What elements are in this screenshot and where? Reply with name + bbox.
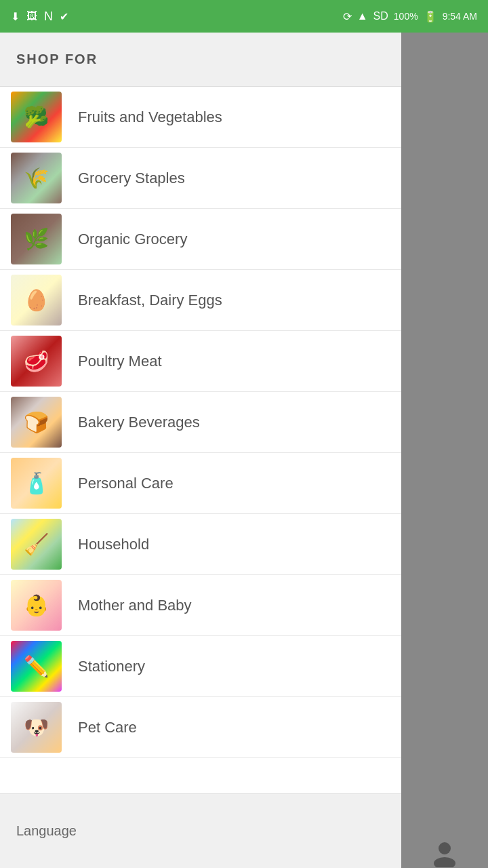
category-thumb-grocery: 🌾 — [11, 153, 62, 203]
category-item-baby[interactable]: 👶Mother and Baby — [0, 575, 401, 636]
right-sidebar: Profile — [401, 33, 488, 868]
category-label-organic: Organic Grocery — [78, 231, 187, 248]
category-item-household[interactable]: 🧹Household — [0, 514, 401, 575]
status-bar-left-icons: ⬇ 🖼 N ✔ — [11, 9, 68, 24]
language-label: Language — [16, 823, 77, 839]
category-label-stationery: Stationery — [78, 658, 145, 675]
wifi-icon: ▲ — [357, 10, 368, 22]
category-item-fruits[interactable]: 🥦Fruits and Vegetables — [0, 87, 401, 148]
category-thumb-petcare: 🐶 — [11, 702, 62, 753]
language-section[interactable]: Language — [0, 823, 401, 839]
svg-point-0 — [439, 842, 451, 854]
time-display: 9:54 AM — [443, 11, 477, 22]
category-item-poultry[interactable]: 🥩Poultry Meat — [0, 331, 401, 392]
category-label-petcare: Pet Care — [78, 719, 137, 736]
category-label-fruits: Fruits and Vegetables — [78, 108, 222, 126]
category-item-organic[interactable]: 🌿Organic Grocery — [0, 209, 401, 270]
check-icon: ✔ — [60, 10, 68, 23]
category-thumb-baby: 👶 — [11, 580, 62, 631]
category-thumb-organic: 🌿 — [11, 214, 62, 264]
category-item-bakery[interactable]: 🍞Bakery Beverages — [0, 392, 401, 453]
category-label-grocery: Grocery Staples — [78, 170, 185, 187]
category-item-stationery[interactable]: ✏️Stationery — [0, 636, 401, 697]
category-thumb-personal: 🧴 — [11, 458, 62, 509]
category-item-petcare[interactable]: 🐶Pet Care — [0, 697, 401, 758]
category-thumb-poultry: 🥩 — [11, 336, 62, 387]
category-thumb-household: 🧹 — [11, 519, 62, 570]
battery-icon: 🔋 — [424, 10, 437, 23]
svg-point-1 — [434, 857, 455, 867]
status-bar: ⬇ 🖼 N ✔ ⟳ ▲ SD 100% 🔋 9:54 AM — [0, 0, 488, 33]
main-panel: SHOP FOR 🥦Fruits and Vegetables🌾Grocery … — [0, 33, 401, 868]
category-label-dairy: Breakfast, Dairy Eggs — [78, 292, 222, 309]
profile-icon — [428, 836, 461, 868]
profile-button[interactable]: Profile — [427, 836, 462, 868]
category-list: 🥦Fruits and Vegetables🌾Grocery Staples🌿O… — [0, 87, 401, 793]
download-icon: ⬇ — [11, 10, 20, 23]
category-item-dairy[interactable]: 🥚Breakfast, Dairy Eggs — [0, 270, 401, 331]
page-title: SHOP FOR — [16, 52, 98, 67]
category-label-personal: Personal Care — [78, 475, 174, 492]
category-item-personal[interactable]: 🧴Personal Care — [0, 453, 401, 514]
category-thumb-bakery: 🍞 — [11, 397, 62, 448]
nav-icon: N — [44, 9, 53, 24]
category-item-grocery[interactable]: 🌾Grocery Staples — [0, 148, 401, 209]
status-bar-right-icons: ⟳ ▲ SD 100% 🔋 9:54 AM — [343, 10, 477, 23]
battery-percent: 100% — [394, 11, 418, 22]
footer: Language — [0, 793, 401, 868]
category-thumb-fruits: 🥦 — [11, 92, 62, 142]
category-label-bakery: Bakery Beverages — [78, 414, 200, 431]
category-label-household: Household — [78, 536, 149, 553]
category-label-poultry: Poultry Meat — [78, 353, 162, 370]
rotate-icon: ⟳ — [343, 10, 352, 23]
category-thumb-dairy: 🥚 — [11, 275, 62, 326]
image-icon: 🖼 — [26, 10, 37, 22]
shop-for-header: SHOP FOR — [0, 33, 401, 87]
category-label-baby: Mother and Baby — [78, 597, 192, 614]
sd-icon: SD — [373, 10, 388, 22]
category-thumb-stationery: ✏️ — [11, 641, 62, 692]
